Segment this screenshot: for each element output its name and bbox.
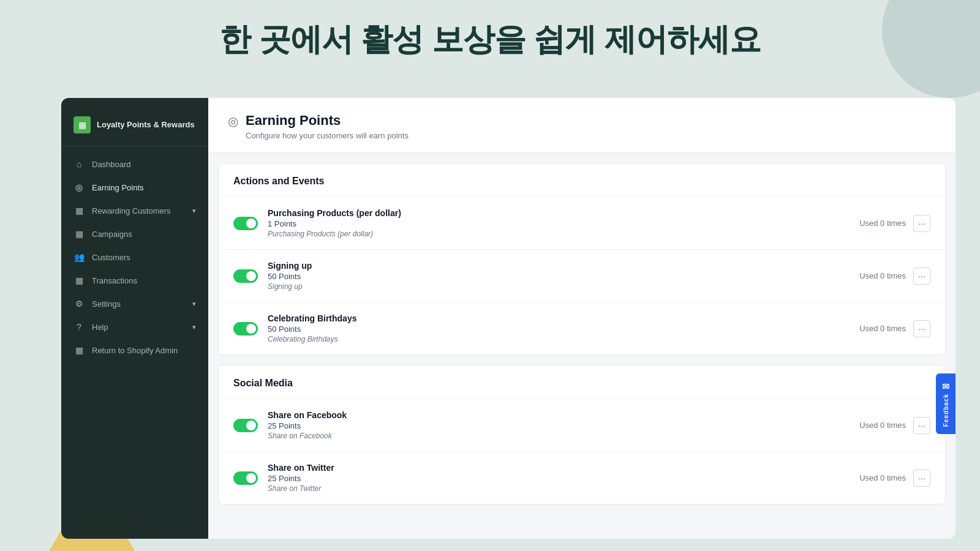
used-count-signing-up: Used 0 times — [859, 271, 906, 280]
used-count-twitter: Used 0 times — [859, 473, 906, 482]
sidebar-item-help[interactable]: ? Help ▾ — [61, 315, 208, 339]
content-title: Earning Points — [246, 113, 409, 129]
action-meta-twitter: Used 0 times ··· — [859, 470, 930, 487]
more-button-purchasing[interactable]: ··· — [913, 215, 930, 232]
return-icon: ▦ — [74, 345, 85, 356]
more-button-facebook[interactable]: ··· — [913, 417, 930, 434]
action-meta-signing-up: Used 0 times ··· — [859, 268, 930, 285]
action-row-facebook: Share on Facebook 25 Points Share on Fac… — [219, 399, 945, 452]
section-title-actions: Actions and Events — [219, 163, 945, 197]
more-button-signing-up[interactable]: ··· — [913, 268, 930, 285]
action-meta-facebook: Used 0 times ··· — [859, 417, 930, 434]
toggle-facebook[interactable] — [233, 419, 258, 432]
sidebar-item-return-shopify[interactable]: ▦ Return to Shopify Admin — [61, 339, 208, 362]
action-desc-signing-up: Signing up — [268, 282, 850, 291]
feedback-button[interactable]: ✉ Feedback — [936, 373, 956, 434]
campaigns-icon: ▦ — [74, 228, 85, 239]
sidebar-label-return: Return to Shopify Admin — [92, 346, 178, 355]
content-header: ◎ Earning Points Configure how your cust… — [208, 98, 956, 153]
section-actions-events: Actions and Events Purchasing Products (… — [218, 163, 946, 355]
section-social-media: Social Media Share on Facebook 25 Points… — [218, 365, 946, 504]
feedback-wrapper: ✉ Feedback — [936, 373, 956, 434]
toggle-signing-up[interactable] — [233, 269, 258, 283]
action-desc-twitter: Share on Twitter — [268, 484, 850, 493]
chevron-down-icon: ▾ — [192, 207, 196, 215]
action-points-purchasing: 1 Points — [268, 219, 850, 228]
action-info-twitter: Share on Twitter 25 Points Share on Twit… — [268, 463, 850, 493]
more-button-twitter[interactable]: ··· — [913, 470, 930, 487]
earning-points-header-icon: ◎ — [228, 114, 238, 129]
sidebar-label-dashboard: Dashboard — [92, 160, 131, 169]
action-row-signing-up: Signing up 50 Points Signing up Used 0 t… — [219, 250, 945, 302]
action-info-purchasing: Purchasing Products (per dollar) 1 Point… — [268, 208, 850, 238]
action-name-twitter: Share on Twitter — [268, 463, 850, 473]
sidebar-logo: ▦ Loyalty Points & Rewards — [61, 110, 208, 146]
sidebar-label-customers: Customers — [92, 253, 130, 262]
used-count-purchasing: Used 0 times — [859, 219, 906, 228]
action-desc-facebook: Share on Facebook — [268, 432, 850, 440]
action-row-twitter: Share on Twitter 25 Points Share on Twit… — [219, 452, 945, 504]
toggle-twitter[interactable] — [233, 471, 258, 485]
action-points-birthdays: 50 Points — [268, 324, 850, 334]
action-info-signing-up: Signing up 50 Points Signing up — [268, 261, 850, 291]
chevron-down-icon-help: ▾ — [192, 323, 196, 331]
sidebar-label-earning: Earning Points — [92, 183, 144, 192]
sidebar-label-settings: Settings — [92, 299, 121, 309]
used-count-birthdays: Used 0 times — [859, 324, 906, 333]
customers-icon: 👥 — [74, 252, 85, 263]
feedback-label: Feedback — [943, 394, 949, 427]
sidebar-item-transactions[interactable]: ▦ Transactions — [61, 269, 208, 292]
page-header: 한 곳에서 활성 보상을 쉽게 제어하세요 — [0, 18, 980, 61]
sidebar-item-dashboard[interactable]: ⌂ Dashboard — [61, 152, 208, 176]
action-name-purchasing: Purchasing Products (per dollar) — [268, 208, 850, 218]
action-desc-purchasing: Purchasing Products (per dollar) — [268, 230, 850, 238]
action-name-birthdays: Celebrating Birthdays — [268, 313, 850, 323]
action-row-purchasing: Purchasing Products (per dollar) 1 Point… — [219, 197, 945, 250]
content-header-text: Earning Points Configure how your custom… — [246, 113, 409, 140]
sidebar-item-earning-points[interactable]: ◎ Earning Points — [61, 176, 208, 199]
home-icon: ⌂ — [74, 159, 85, 170]
section-title-social: Social Media — [219, 365, 945, 399]
transactions-icon: ▦ — [74, 275, 85, 286]
action-row-birthdays: Celebrating Birthdays 50 Points Celebrat… — [219, 302, 945, 354]
action-desc-birthdays: Celebrating Birthdays — [268, 335, 850, 343]
action-meta-purchasing: Used 0 times ··· — [859, 215, 930, 232]
rewarding-icon: ▦ — [74, 205, 85, 216]
sidebar-label-transactions: Transactions — [92, 276, 137, 285]
sidebar-item-campaigns[interactable]: ▦ Campaigns — [61, 222, 208, 246]
more-button-birthdays[interactable]: ··· — [913, 320, 930, 337]
content-area: ◎ Earning Points Configure how your cust… — [208, 98, 956, 539]
action-meta-birthdays: Used 0 times ··· — [859, 320, 930, 337]
sidebar-label-campaigns: Campaigns — [92, 230, 132, 239]
chevron-down-icon-settings: ▾ — [192, 300, 196, 308]
sidebar: ▦ Loyalty Points & Rewards ⌂ Dashboard ◎… — [61, 98, 208, 539]
action-points-signing-up: 50 Points — [268, 272, 850, 281]
sidebar-label-help: Help — [92, 323, 108, 332]
action-name-signing-up: Signing up — [268, 261, 850, 271]
used-count-facebook: Used 0 times — [859, 421, 906, 430]
action-name-facebook: Share on Facebook — [268, 410, 850, 420]
main-layout: ▦ Loyalty Points & Rewards ⌂ Dashboard ◎… — [61, 98, 956, 539]
sidebar-item-settings[interactable]: ⚙ Settings ▾ — [61, 292, 208, 315]
sidebar-item-customers[interactable]: 👥 Customers — [61, 246, 208, 269]
action-points-twitter: 25 Points — [268, 474, 850, 483]
feedback-icon: ✉ — [941, 381, 951, 391]
page-main-title: 한 곳에서 활성 보상을 쉽게 제어하세요 — [0, 18, 980, 61]
toggle-purchasing[interactable] — [233, 217, 258, 230]
sidebar-label-rewarding: Rewarding Customers — [92, 206, 171, 216]
settings-icon: ⚙ — [74, 298, 85, 309]
toggle-birthdays[interactable] — [233, 322, 258, 335]
action-info-facebook: Share on Facebook 25 Points Share on Fac… — [268, 410, 850, 440]
sidebar-logo-text: Loyalty Points & Rewards — [97, 120, 195, 130]
sidebar-item-rewarding-customers[interactable]: ▦ Rewarding Customers ▾ — [61, 199, 208, 222]
action-points-facebook: 25 Points — [268, 421, 850, 430]
earning-icon: ◎ — [74, 182, 85, 193]
logo-icon: ▦ — [74, 116, 91, 133]
help-icon: ? — [74, 321, 85, 332]
content-subtitle: Configure how your customers will earn p… — [246, 131, 409, 140]
action-info-birthdays: Celebrating Birthdays 50 Points Celebrat… — [268, 313, 850, 343]
